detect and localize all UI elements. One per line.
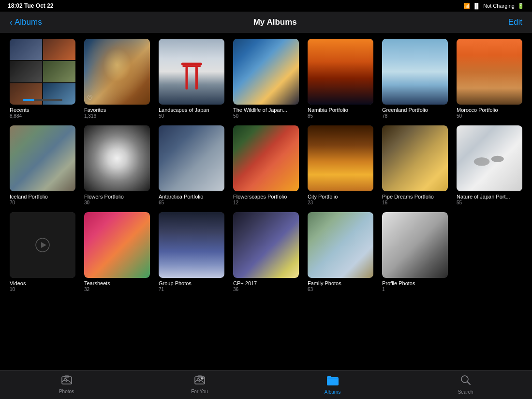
album-count-pipedreams: 16 bbox=[382, 200, 448, 205]
status-time: 18:02 Tue Oct 22 bbox=[8, 2, 54, 9]
album-name-morocco: Morocco Portfolio bbox=[457, 107, 522, 113]
album-count-greenland: 78 bbox=[382, 113, 448, 119]
svg-rect-2 bbox=[185, 67, 188, 90]
album-count-city: 23 bbox=[308, 200, 373, 205]
album-count-namibia: 85 bbox=[308, 113, 373, 119]
album-count-landscapes-japan: 50 bbox=[159, 113, 224, 119]
status-right: 📶 ▐▌ Not Charging 🔋 bbox=[463, 3, 524, 9]
svg-marker-7 bbox=[41, 242, 46, 248]
for-you-tab-icon bbox=[194, 375, 205, 387]
tab-search[interactable]: Search bbox=[399, 375, 532, 395]
album-count-videos: 10 bbox=[10, 287, 75, 292]
album-name-antarctica: Antarctica Portfolio bbox=[159, 194, 224, 200]
album-item-flowers[interactable]: Flowers Portfolio30 bbox=[84, 125, 150, 205]
album-thumb-pipedreams bbox=[382, 125, 448, 191]
photos-tab-icon bbox=[61, 375, 72, 387]
album-name-nature-japan: Nature of Japan Port... bbox=[457, 194, 522, 200]
signal-icon: ▐▌ bbox=[473, 3, 481, 9]
album-item-iceland[interactable]: Iceland Portfolio70 bbox=[10, 125, 75, 205]
album-item-flowerscapes[interactable]: Flowerscapes Portfolio12 bbox=[233, 125, 299, 205]
album-item-recents[interactable]: Recents8,884 bbox=[10, 39, 75, 119]
albums-tab-icon bbox=[326, 375, 339, 388]
album-thumb-nature-japan bbox=[457, 125, 522, 191]
album-item-favorites[interactable]: ♡Favorites1,316 bbox=[84, 39, 150, 119]
back-button[interactable]: ‹ Albums bbox=[10, 17, 42, 28]
photos-tab-label: Photos bbox=[59, 389, 74, 394]
album-thumb-morocco bbox=[457, 39, 522, 105]
album-item-wildlife-japan[interactable]: The Wildlife of Japan...50 bbox=[233, 39, 299, 119]
album-item-nature-japan[interactable]: Nature of Japan Port...55 bbox=[457, 125, 522, 205]
album-name-tearsheets: Tearsheets bbox=[84, 280, 150, 286]
album-count-tearsheets: 32 bbox=[84, 287, 150, 292]
album-name-city: City Portfolio bbox=[308, 194, 373, 200]
search-tab-label: Search bbox=[458, 389, 473, 395]
album-item-namibia[interactable]: Namibia Portfolio85 bbox=[308, 39, 373, 119]
album-thumb-recents bbox=[10, 39, 75, 105]
album-item-tearsheets[interactable]: Tearsheets32 bbox=[84, 212, 150, 292]
album-count-cp2017: 36 bbox=[233, 287, 299, 292]
album-count-antarctica: 65 bbox=[159, 200, 224, 205]
album-item-landscapes-japan[interactable]: Landscapes of Japan50 bbox=[159, 39, 224, 119]
album-count-iceland: 70 bbox=[10, 200, 75, 205]
album-count-profile: 1 bbox=[382, 287, 448, 292]
album-name-favorites: Favorites bbox=[84, 107, 150, 113]
album-thumb-iceland bbox=[10, 125, 75, 191]
album-name-landscapes-japan: Landscapes of Japan bbox=[159, 107, 224, 113]
for-you-tab-label: For You bbox=[191, 389, 207, 394]
album-item-family[interactable]: Family Photos63 bbox=[308, 212, 373, 292]
album-thumb-wildlife-japan bbox=[233, 39, 299, 105]
album-name-iceland: Iceland Portfolio bbox=[10, 194, 75, 200]
svg-line-16 bbox=[467, 382, 470, 385]
album-thumb-greenland bbox=[382, 39, 448, 105]
tab-albums[interactable]: Albums bbox=[266, 375, 399, 395]
album-name-recents: Recents bbox=[10, 107, 75, 113]
album-name-namibia: Namibia Portfolio bbox=[308, 107, 373, 113]
album-item-greenland[interactable]: Greenland Portfolio78 bbox=[382, 39, 448, 119]
album-item-antarctica[interactable]: Antarctica Portfolio65 bbox=[159, 125, 224, 205]
album-item-profile[interactable]: Profile Photos1 bbox=[382, 212, 448, 292]
album-thumb-namibia bbox=[308, 39, 373, 105]
album-item-morocco[interactable]: Morocco Portfolio50 bbox=[457, 39, 522, 119]
album-count-recents: 8,884 bbox=[10, 113, 75, 119]
album-name-family: Family Photos bbox=[308, 280, 373, 286]
album-item-city[interactable]: City Portfolio23 bbox=[308, 125, 373, 205]
album-thumb-group bbox=[159, 212, 224, 278]
edit-button[interactable]: Edit bbox=[508, 17, 522, 27]
album-count-wildlife-japan: 50 bbox=[233, 113, 299, 119]
album-count-nature-japan: 55 bbox=[457, 200, 522, 205]
tab-photos[interactable]: Photos bbox=[0, 375, 133, 394]
album-thumb-flowers bbox=[84, 125, 150, 191]
wifi-icon: 📶 bbox=[463, 3, 470, 9]
album-item-group[interactable]: Group Photos71 bbox=[159, 212, 224, 292]
svg-rect-1 bbox=[182, 65, 200, 66]
album-thumb-city bbox=[308, 125, 373, 191]
album-name-videos: Videos bbox=[10, 280, 75, 286]
svg-rect-0 bbox=[181, 62, 202, 65]
page-title: My Albums bbox=[253, 17, 297, 27]
album-thumb-tearsheets bbox=[84, 212, 150, 278]
album-count-group: 71 bbox=[159, 287, 224, 292]
album-item-videos[interactable]: Videos10 bbox=[10, 212, 75, 292]
album-item-cp2017[interactable]: CP+ 201736 bbox=[233, 212, 299, 292]
albums-tab-label: Albums bbox=[325, 389, 340, 395]
album-name-greenland: Greenland Portfolio bbox=[382, 107, 448, 113]
album-item-pipedreams[interactable]: Pipe Dreams Portfolio16 bbox=[382, 125, 448, 205]
album-count-flowers: 30 bbox=[84, 200, 150, 205]
tab-bar: Photos For You Albums bbox=[0, 370, 532, 399]
album-count-flowerscapes: 12 bbox=[233, 200, 299, 205]
album-name-pipedreams: Pipe Dreams Portfolio bbox=[382, 194, 448, 200]
back-label: Albums bbox=[15, 17, 42, 27]
battery-status: Not Charging bbox=[483, 3, 515, 9]
album-thumb-cp2017 bbox=[233, 212, 299, 278]
nav-bar: ‹ Albums My Albums Edit bbox=[0, 12, 532, 33]
album-count-favorites: 1,316 bbox=[84, 113, 150, 119]
album-count-family: 63 bbox=[308, 287, 373, 292]
album-name-profile: Profile Photos bbox=[382, 280, 448, 286]
tab-for-you[interactable]: For You bbox=[133, 375, 266, 394]
album-name-cp2017: CP+ 2017 bbox=[233, 280, 299, 286]
svg-rect-3 bbox=[195, 67, 198, 90]
album-thumb-antarctica bbox=[159, 125, 224, 191]
album-count-morocco: 50 bbox=[457, 113, 522, 119]
album-thumb-favorites: ♡ bbox=[84, 39, 150, 105]
search-tab-icon bbox=[460, 375, 471, 388]
